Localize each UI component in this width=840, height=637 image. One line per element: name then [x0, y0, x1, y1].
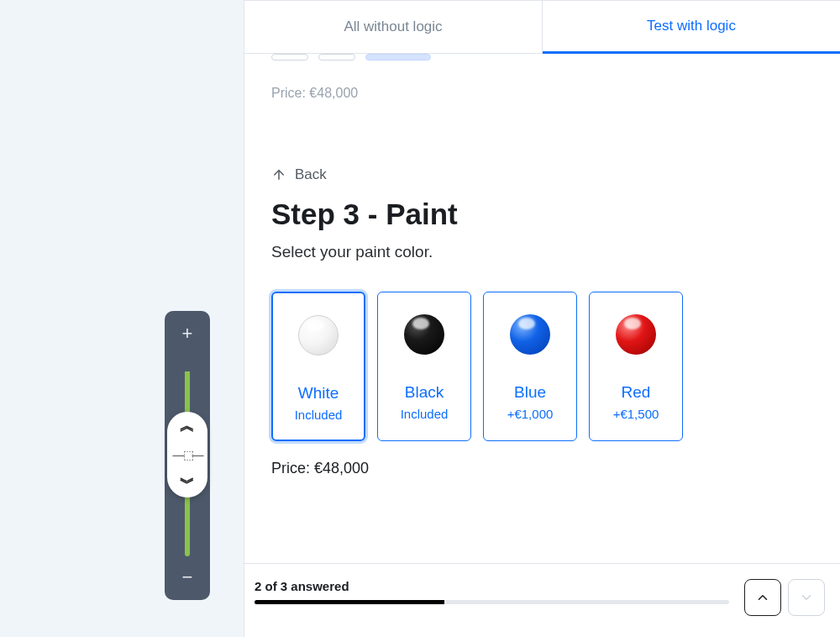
slider-handle-icon: —⬚— — [173, 448, 202, 461]
zoom-track[interactable]: ︽ —⬚— ︾ — [185, 355, 190, 556]
step-title: Step 3 - Paint — [271, 197, 813, 231]
tab-test-with-logic[interactable]: Test with logic — [543, 1, 840, 54]
zoom-toolbar: + ︽ —⬚— ︾ − — [165, 311, 210, 600]
paint-option-black[interactable]: Black Included — [377, 292, 471, 441]
option-name: White — [298, 384, 339, 403]
step-subtitle: Select your paint color. — [271, 243, 813, 261]
previous-step-price: Price: €48,000 — [271, 86, 813, 101]
chevron-up-icon: ︽ — [180, 420, 195, 431]
current-price: Price: €48,000 — [271, 460, 813, 477]
option-cost: +€1,500 — [613, 407, 659, 421]
paint-option-blue[interactable]: Blue +€1,000 — [483, 292, 577, 441]
swatch-white-icon — [298, 315, 339, 355]
next-button[interactable] — [788, 579, 825, 616]
tab-bar: All without logic Test with logic — [244, 1, 840, 54]
main-panel: All without logic Test with logic Price:… — [244, 0, 840, 637]
ghost-option — [271, 54, 308, 61]
option-name: Blue — [514, 383, 546, 402]
progress-bar — [255, 600, 729, 604]
option-name: Red — [622, 383, 651, 402]
chevron-down-icon: ︾ — [180, 478, 195, 489]
swatch-blue-icon — [510, 314, 550, 355]
swatch-red-icon — [616, 314, 656, 355]
back-link[interactable]: Back — [271, 166, 327, 183]
zoom-in-icon[interactable]: + — [182, 324, 193, 343]
previous-button[interactable] — [744, 579, 781, 616]
sidebar: + ︽ —⬚— ︾ − — [0, 0, 244, 637]
chevron-up-icon — [755, 590, 770, 605]
back-label: Back — [295, 166, 327, 183]
tab-all-without-logic[interactable]: All without logic — [244, 1, 543, 53]
zoom-knob[interactable]: ︽ —⬚— ︾ — [167, 412, 207, 497]
progress-fill — [255, 600, 444, 604]
zoom-out-icon[interactable]: − — [182, 568, 193, 587]
option-cost: +€1,000 — [507, 407, 554, 421]
content-area: Price: €48,000 Back Step 3 - Paint Selec… — [244, 54, 840, 563]
paint-options: White Included Black Included Blue +€1,0… — [271, 292, 813, 441]
progress-footer: 2 of 3 answered — [244, 563, 840, 637]
ghost-option — [318, 54, 355, 61]
arrow-up-icon — [271, 167, 286, 182]
chevron-down-icon — [799, 590, 814, 605]
progress-label: 2 of 3 answered — [255, 579, 729, 593]
option-cost: Included — [295, 408, 343, 422]
option-name: Black — [405, 383, 444, 402]
swatch-black-icon — [404, 314, 444, 355]
previous-step-options — [271, 54, 813, 61]
paint-option-red[interactable]: Red +€1,500 — [589, 292, 683, 441]
paint-option-white[interactable]: White Included — [271, 292, 365, 441]
option-cost: Included — [401, 407, 449, 421]
ghost-option-selected — [365, 54, 431, 61]
